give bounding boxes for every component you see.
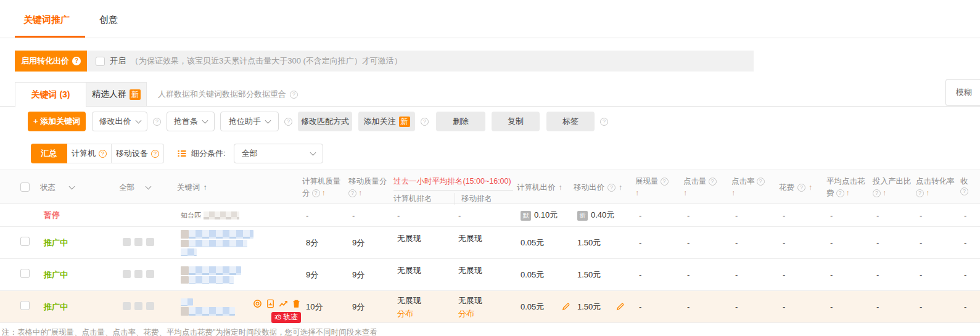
help-icon[interactable] xyxy=(797,184,805,192)
col-avg-cpc[interactable]: 平均点击花 xyxy=(826,176,873,187)
cvr-cell: - xyxy=(916,211,960,220)
col-keyword[interactable]: 关键词 xyxy=(177,182,200,194)
mobile-quality-cell: - xyxy=(348,211,393,220)
sort-asc-icon[interactable] xyxy=(731,187,735,199)
row-checkbox[interactable] xyxy=(20,237,30,246)
col-pc-bid[interactable]: 计算机出价 xyxy=(517,182,556,194)
tag-button[interactable]: 标签 xyxy=(546,112,595,131)
tab-audience[interactable]: 精选人群 新 xyxy=(86,82,147,107)
sort-asc-icon[interactable] xyxy=(358,187,362,199)
segment-computer[interactable]: 计算机 xyxy=(67,144,112,163)
cvr-cell: - xyxy=(916,302,960,311)
pc-quality-cell: 8分 xyxy=(302,237,348,248)
col-pc-quality[interactable]: 计算机质量 xyxy=(302,176,348,187)
distribution-link[interactable]: 分布 xyxy=(397,307,455,320)
blur-badge xyxy=(134,238,142,246)
enable-checkbox[interactable] xyxy=(96,57,105,66)
col-status[interactable]: 状态 xyxy=(40,182,56,194)
help-icon[interactable] xyxy=(916,189,924,197)
sort-asc-icon[interactable] xyxy=(322,187,326,199)
edit-pencil-icon[interactable] xyxy=(561,302,570,311)
impressions-cell: - xyxy=(635,270,683,279)
col-mobile-quality[interactable]: 移动质量分 xyxy=(348,176,393,187)
col-pc-rank[interactable]: 计算机排名 xyxy=(393,193,455,205)
mobile-bid-value: 1.50元 xyxy=(574,269,635,281)
trash-icon[interactable] xyxy=(292,299,301,308)
help-icon[interactable] xyxy=(348,189,356,197)
sort-asc-icon[interactable] xyxy=(926,187,929,199)
clipped-cell: - xyxy=(960,211,980,220)
help-icon[interactable] xyxy=(600,118,608,126)
help-icon[interactable] xyxy=(72,57,81,65)
mobile-report-icon[interactable] xyxy=(266,299,275,308)
target-icon[interactable] xyxy=(253,299,262,308)
filter-dropdown-value: 全部 xyxy=(242,148,258,159)
help-icon[interactable] xyxy=(421,118,429,126)
row-checkbox[interactable] xyxy=(20,269,30,278)
mobile-rank-cell: 无展现 xyxy=(455,259,517,276)
help-icon[interactable] xyxy=(312,189,320,197)
row-checkbox[interactable] xyxy=(20,301,30,310)
help-icon[interactable] xyxy=(153,118,161,126)
col-clicks[interactable]: 点击量 xyxy=(683,176,707,187)
grab-assistant-button[interactable]: 抢位助手 xyxy=(220,112,279,131)
help-icon[interactable] xyxy=(151,150,159,158)
tab-creative[interactable]: 创意 xyxy=(99,14,118,38)
help-icon[interactable] xyxy=(709,178,717,186)
add-watch-button[interactable]: 添加关注 新 xyxy=(358,112,415,131)
sort-asc-icon[interactable] xyxy=(619,182,622,194)
help-icon[interactable] xyxy=(290,91,298,99)
edit-pencil-icon[interactable] xyxy=(616,302,625,311)
segment-summary[interactable]: 汇总 xyxy=(31,144,67,163)
tab-keywords[interactable]: 关键词 (3) xyxy=(15,82,86,107)
distribution-link[interactable]: 分布 xyxy=(458,307,517,320)
tab-keyword-promotion[interactable]: 关键词推广 xyxy=(23,14,70,38)
col-cvr[interactable]: 点击转化率 xyxy=(916,176,960,187)
help-icon[interactable] xyxy=(757,178,765,186)
sort-asc-icon[interactable] xyxy=(883,187,886,199)
toolbar: + 添加关键词 修改出价 抢首条 抢位助手 修改匹配方式 添加关注 新 删除 复… xyxy=(28,112,614,131)
sort-asc-icon[interactable] xyxy=(683,187,687,199)
col-mobile-rank[interactable]: 移动排名 xyxy=(455,193,492,205)
help-icon[interactable] xyxy=(873,189,881,197)
enable-conversion-bid-button[interactable]: 启用转化出价 xyxy=(15,51,87,72)
help-icon[interactable] xyxy=(836,189,844,197)
sort-asc-icon[interactable] xyxy=(809,182,812,194)
sort-asc-icon[interactable] xyxy=(635,187,639,199)
col-mobile-bid[interactable]: 移动出价 xyxy=(574,182,604,194)
col-all-filter[interactable]: 全部 xyxy=(119,182,134,194)
col-ctr[interactable]: 点击率 xyxy=(731,176,755,187)
help-icon[interactable] xyxy=(99,150,107,158)
segment-computer-label: 计算机 xyxy=(72,148,96,159)
track-button[interactable]: 轨迹 xyxy=(271,312,301,323)
grab-first-button[interactable]: 抢首条 xyxy=(167,112,215,131)
cost-cell: - xyxy=(779,238,826,247)
col-cost[interactable]: 花费 xyxy=(779,182,794,194)
pc-bid-value: 0.05元 xyxy=(517,269,574,281)
help-icon[interactable] xyxy=(960,187,968,195)
select-all-checkbox[interactable] xyxy=(20,182,30,192)
modify-match-button[interactable]: 修改匹配方式 xyxy=(298,112,352,131)
modify-bid-button[interactable]: 修改出价 xyxy=(92,112,147,131)
impressions-cell: - xyxy=(635,211,683,220)
filter-list-icon xyxy=(177,149,187,158)
sort-asc-icon[interactable] xyxy=(846,187,850,199)
help-icon[interactable] xyxy=(607,184,616,192)
avg-cpc-cell: - xyxy=(826,211,873,220)
mobile-rank-cell: - xyxy=(455,211,517,220)
col-roi[interactable]: 投入产出比 xyxy=(873,176,916,187)
delete-button[interactable]: 删除 xyxy=(436,112,485,131)
sort-asc-icon[interactable] xyxy=(204,182,207,194)
help-icon[interactable] xyxy=(284,118,292,126)
col-clipped[interactable]: 收 xyxy=(960,176,980,187)
copy-button[interactable]: 复制 xyxy=(492,112,540,131)
trend-chart-icon[interactable] xyxy=(279,299,288,308)
fuzzy-button[interactable]: 模糊 xyxy=(945,79,980,106)
col-impressions[interactable]: 展现量 xyxy=(635,176,659,187)
sort-asc-icon[interactable] xyxy=(559,182,562,194)
cost-cell: - xyxy=(779,211,826,220)
add-keyword-button[interactable]: + 添加关键词 xyxy=(28,112,86,131)
filter-dropdown[interactable]: 全部 xyxy=(234,144,323,163)
segment-mobile[interactable]: 移动设备 xyxy=(112,144,164,163)
help-icon[interactable] xyxy=(661,178,669,186)
